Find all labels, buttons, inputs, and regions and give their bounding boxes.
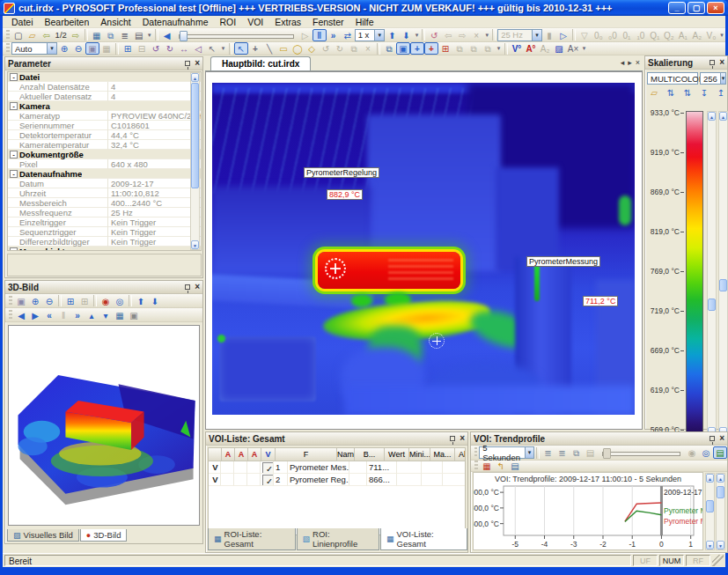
- header-wert[interactable]: Wert: [385, 448, 409, 461]
- open-icon[interactable]: ▱: [26, 29, 40, 41]
- roi-temp-regelung[interactable]: 882,9 °C: [327, 189, 363, 200]
- tab-3d-bild[interactable]: ● 3D-Bild: [80, 529, 128, 542]
- roi-label-messung[interactable]: PyrometerMessung: [526, 256, 600, 267]
- scroll-up-icon[interactable]: ▲: [706, 474, 714, 483]
- levels-select[interactable]: 256: [700, 72, 726, 85]
- save-icon[interactable]: ▦: [90, 29, 104, 41]
- voi-table-row[interactable]: V ✓ 2 Pyrometer Reg... 866...: [209, 474, 465, 486]
- alarm-one-icon[interactable]: A₁: [676, 29, 690, 41]
- header-f[interactable]: F: [276, 448, 337, 461]
- pixel-grid-icon[interactable]: ▦: [99, 42, 114, 55]
- scroll-down-icon[interactable]: ▼: [706, 541, 714, 549]
- previous-record-icon[interactable]: ⇦: [40, 29, 54, 41]
- print-chart-icon[interactable]: ▤: [584, 446, 598, 459]
- scroll-thumb[interactable]: [706, 500, 714, 512]
- roi-duplicate-icon[interactable]: ⧉: [347, 42, 361, 55]
- parameter-row[interactable]: Kameratyp PYROVIEW 640NC/25HZ/17 X13: [8, 111, 201, 121]
- timeline-slider[interactable]: [177, 29, 296, 41]
- roi-label-regelung[interactable]: PyrometerRegelung: [304, 167, 379, 178]
- save-trend-icon[interactable]: ▤: [508, 460, 522, 472]
- scale-range-icon[interactable]: ⇅: [664, 86, 678, 99]
- tab-voi-liste[interactable]: ▦ VOI-Liste: Gesamt: [380, 528, 467, 550]
- trend-chart[interactable]: -5-4-3-2-1011000,0 °C800,0 °C600,0 °C200…: [474, 484, 703, 550]
- rotate-center-icon[interactable]: ◉: [99, 295, 113, 307]
- copy-chart-icon[interactable]: ≣: [541, 446, 555, 459]
- header-blank[interactable]: [209, 448, 222, 461]
- scale-max-thumb[interactable]: [708, 299, 716, 311]
- parameter-row[interactable]: Messbereich 400...2440 °C: [8, 198, 201, 208]
- scroll-up-icon[interactable]: ▲: [191, 73, 199, 82]
- expander-icon[interactable]: -: [10, 73, 18, 81]
- scale-min-icon[interactable]: ↧: [697, 86, 711, 99]
- delete-roi-icon[interactable]: ×: [361, 42, 375, 55]
- zero-level-in-icon[interactable]: 0₁: [620, 29, 634, 41]
- more-record-options-icon[interactable]: ▾: [718, 32, 725, 39]
- roi-circle-regelung[interactable]: [325, 258, 346, 279]
- tab-close-icon[interactable]: ×: [636, 58, 640, 67]
- voi-clone-icon[interactable]: ⧉: [481, 42, 495, 55]
- speed-up-icon[interactable]: ⬆: [385, 29, 399, 41]
- voi-zero-icon[interactable]: V₀: [704, 29, 718, 41]
- pin-icon[interactable]: [185, 284, 190, 290]
- parameter-row[interactable]: - Datei: [8, 72, 201, 82]
- minimize-button[interactable]: _: [668, 2, 686, 14]
- copy-chart-alt-icon[interactable]: ≣: [555, 446, 570, 459]
- pointer-icon[interactable]: ↖: [205, 42, 219, 55]
- menu-item[interactable]: Datei: [6, 17, 39, 27]
- parameter-row[interactable]: Messfrequenz 25 Hz: [8, 208, 201, 217]
- select-roi-icon[interactable]: ↖: [234, 42, 248, 55]
- undo-icon[interactable]: ↺: [427, 29, 441, 41]
- export-data-icon[interactable]: ↰: [494, 460, 508, 472]
- tab-roi-linienprofile[interactable]: ▧ ROI: Linienprofile: [297, 528, 380, 550]
- marker-icon[interactable]: ◉: [685, 446, 699, 459]
- ellipse-roi-icon[interactable]: ◯: [290, 42, 305, 55]
- rotate-right-icon[interactable]: ↻: [163, 42, 177, 55]
- clear-labels-icon[interactable]: A×: [566, 42, 580, 55]
- zoom-out-icon[interactable]: ⊖: [71, 42, 85, 55]
- legend-toggle-icon[interactable]: ▤: [713, 446, 727, 459]
- header-alarm[interactable]: Alar...: [455, 448, 466, 461]
- trend-time-slider[interactable]: [600, 446, 682, 459]
- menu-item[interactable]: VOI: [242, 17, 268, 27]
- scroll-thumb[interactable]: [191, 83, 199, 188]
- header-b[interactable]: B...: [355, 448, 385, 461]
- menu-item[interactable]: Hilfe: [350, 17, 379, 27]
- 3d-surface-view[interactable]: [8, 325, 200, 526]
- voi-new-icon[interactable]: ⊞: [438, 42, 452, 55]
- snapshot-icon[interactable]: ▦: [113, 309, 127, 321]
- more-file-options-icon[interactable]: ▾: [146, 32, 153, 39]
- alarm-label-icon[interactable]: A°: [524, 42, 538, 55]
- tab-visuelles-bild[interactable]: ▨ Visuelles Bild: [7, 529, 79, 542]
- parameter-row[interactable]: Einzeltrigger Kein Trigger: [8, 217, 201, 227]
- stop-record-icon[interactable]: ▮: [542, 29, 556, 41]
- scale-max-up-icon[interactable]: ▲: [708, 112, 716, 121]
- go-back-icon[interactable]: ⇦: [441, 29, 455, 41]
- fit-image-icon[interactable]: ▣: [85, 42, 99, 55]
- scale-max-scrollbar[interactable]: ▲ ▼: [707, 111, 717, 437]
- next-record-icon[interactable]: ⇨: [69, 29, 83, 41]
- first-frame-icon[interactable]: ◀: [14, 309, 28, 321]
- parameter-row[interactable]: Datum 2009-12-17: [8, 179, 201, 188]
- pin-icon[interactable]: [185, 61, 190, 66]
- more-voi-options-icon[interactable]: ▾: [495, 45, 503, 52]
- more-edit-options-icon[interactable]: ▾: [483, 32, 490, 39]
- quotient-one-icon[interactable]: Q₁: [648, 29, 662, 41]
- close-panel-icon[interactable]: ×: [195, 59, 200, 68]
- scroll-up-icon[interactable]: ▲: [717, 474, 724, 483]
- playback-speed-select[interactable]: 1 x: [355, 29, 386, 41]
- raise-surface-icon[interactable]: ⬆: [134, 295, 148, 307]
- alarm-two-icon[interactable]: A₂: [690, 29, 704, 41]
- 3d-panel-title[interactable]: 3D-Bild ×: [5, 281, 202, 294]
- zoom-in-icon[interactable]: ⊕: [57, 42, 71, 55]
- parameter-panel-title[interactable]: Parameter ×: [5, 57, 202, 70]
- rotate-free-icon[interactable]: ◎: [113, 295, 127, 307]
- export-chart-icon[interactable]: ⧉: [570, 446, 584, 459]
- header-min[interactable]: Mini...: [409, 448, 430, 461]
- parameter-row[interactable]: Aktueller Datensatz 4: [8, 92, 201, 101]
- pan-icon[interactable]: ◎: [699, 446, 713, 459]
- menu-item[interactable]: Ansicht: [95, 17, 136, 27]
- more-playback-options-icon[interactable]: ▾: [413, 32, 420, 39]
- parameter-row[interactable]: Sequenztrigger Kein Trigger: [8, 227, 201, 237]
- grid-alt-icon[interactable]: ⊞: [77, 295, 92, 307]
- menu-item[interactable]: Fenster: [307, 17, 349, 27]
